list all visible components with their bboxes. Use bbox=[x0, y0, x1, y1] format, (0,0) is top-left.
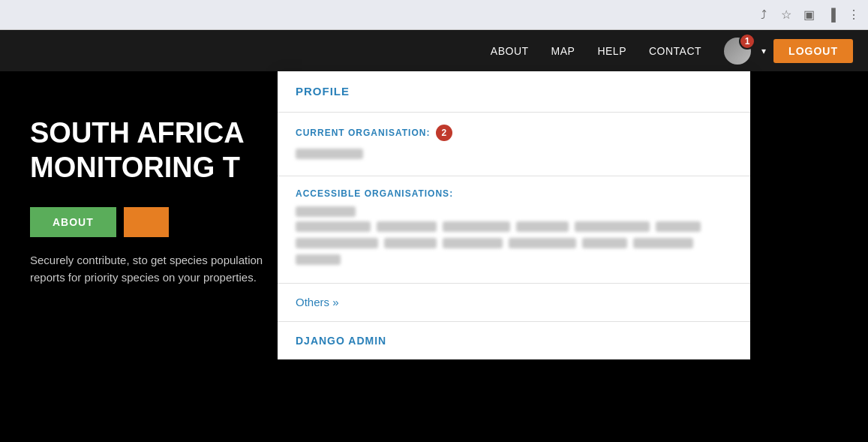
current-org-label: CURRENT ORGANISATION: 2 bbox=[296, 125, 732, 141]
hero-title-line1: SOUTH AFRICA bbox=[30, 116, 285, 151]
django-admin-link[interactable]: DJANGO ADMIN bbox=[296, 335, 386, 347]
panel-title: PROFILE bbox=[296, 85, 350, 98]
current-org-value bbox=[296, 149, 363, 159]
org-row-3 bbox=[296, 238, 732, 265]
layout-icon[interactable]: ▣ bbox=[802, 8, 815, 22]
others-link[interactable]: Others » bbox=[296, 296, 339, 308]
browser-chrome: ⤴ ☆ ▣ ▐ ⋮ bbox=[0, 0, 868, 30]
django-admin-section: DJANGO ADMIN bbox=[278, 322, 750, 359]
hero-description: Securely contribute, sto get species pop… bbox=[30, 252, 285, 286]
star-icon[interactable]: ☆ bbox=[779, 8, 793, 22]
nav-contact[interactable]: CONTACT bbox=[649, 45, 701, 57]
hero-title-line2: MONITORING T bbox=[30, 151, 285, 185]
others-section: Others » bbox=[278, 284, 750, 322]
nav-map[interactable]: MAP bbox=[551, 45, 575, 57]
org-badge: 2 bbox=[436, 125, 452, 141]
hero-about-button[interactable]: ABOUT bbox=[30, 207, 116, 237]
nav-right: 1 ▾ LOGOUT bbox=[724, 38, 853, 65]
accessible-orgs-section: ACCESSIBLE ORGANISATIONS: bbox=[278, 176, 750, 284]
panel-header: PROFILE bbox=[278, 71, 750, 113]
menu-icon[interactable]: ⋮ bbox=[847, 8, 860, 22]
hero-secondary-button[interactable] bbox=[124, 207, 169, 237]
accessible-orgs-label: ACCESSIBLE ORGANISATIONS: bbox=[296, 188, 732, 199]
current-org-section: CURRENT ORGANISATION: 2 bbox=[278, 113, 750, 176]
nav-help[interactable]: HELP bbox=[597, 45, 626, 57]
dropdown-arrow-icon[interactable]: ▾ bbox=[761, 46, 766, 56]
nav-about[interactable]: ABOUT bbox=[491, 45, 529, 57]
user-avatar-wrapper[interactable]: 1 bbox=[724, 38, 751, 65]
sidebar-icon[interactable]: ▐ bbox=[824, 8, 838, 22]
share-icon[interactable]: ⤴ bbox=[757, 8, 770, 22]
hero-title: SOUTH AFRICA MONITORING T bbox=[30, 116, 285, 185]
logout-button[interactable]: LOGOUT bbox=[773, 39, 853, 63]
profile-dropdown: PROFILE CURRENT ORGANISATION: 2 ACCESSIB… bbox=[278, 71, 750, 359]
org-row-2 bbox=[296, 221, 732, 232]
org-row-1 bbox=[296, 206, 356, 217]
navbar: ABOUT MAP HELP CONTACT 1 ▾ LOGOUT bbox=[0, 30, 868, 71]
notification-badge: 1 bbox=[739, 33, 755, 50]
